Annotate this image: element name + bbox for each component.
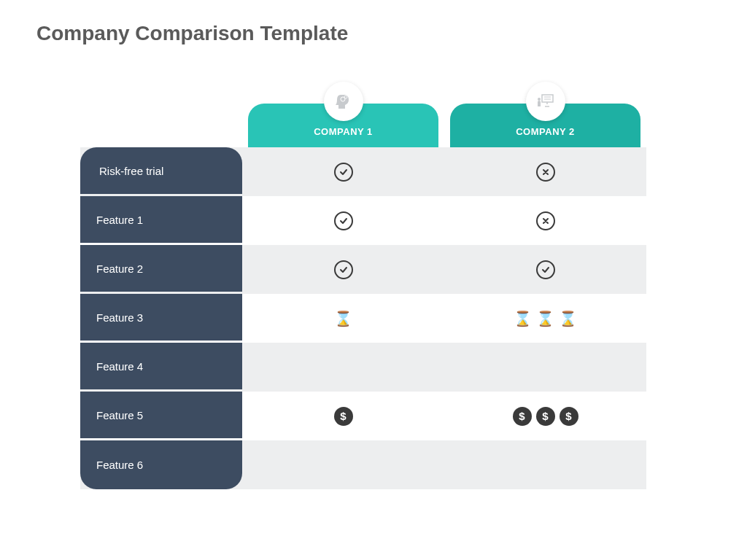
table-row: Feature 2 [80,245,646,294]
company-2-header: COMPANY 2 [444,85,646,147]
dollar-icon: $ [513,407,532,426]
feature-label: Feature 3 [80,294,242,341]
table-row: Feature 6 [80,440,646,489]
check-icon [334,163,353,182]
company-2-cell [444,343,646,392]
company-1-cell: ⌛ [242,294,444,343]
dollar-icon: $ [560,407,578,426]
table-row: Feature 4 [80,343,646,392]
comparison-table: COMPANY 1 COMPANY 2 [80,85,646,489]
company-2-label: COMPANY 2 [516,126,575,137]
feature-label: Feature 5 [80,392,242,438]
head-gears-icon [324,82,363,121]
company-1-cell [242,343,444,392]
feature-label: Feature 1 [80,196,242,243]
check-icon [536,260,555,279]
hourglass-icon: ⌛ [536,310,554,327]
company-1-cell [242,196,444,245]
feature-label: Feature 4 [80,343,242,389]
presentation-icon [526,82,565,121]
hourglass-icon: ⌛ [559,310,577,327]
feature-label: Feature 2 [80,245,242,292]
table-row: Feature 3⌛⌛⌛⌛ [80,294,646,343]
hourglass-icon: ⌛ [334,310,352,327]
company-2-cell [444,196,646,245]
table-row: Risk-free trial [80,147,646,196]
company-1-cell [242,245,444,294]
check-icon [334,211,353,230]
hourglass-icon: ⌛ [514,310,532,327]
feature-label: Risk-free trial [80,147,242,194]
svg-rect-2 [542,95,553,102]
cross-icon [536,163,555,182]
company-2-cell: ⌛⌛⌛ [444,294,646,343]
company-2-cell: $$$ [444,392,646,440]
svg-point-5 [538,98,541,101]
feature-label: Feature 6 [80,440,242,489]
company-1-cell [242,147,444,196]
dollar-icon: $ [536,407,555,426]
company-2-cell [444,147,646,196]
cross-icon [536,211,555,230]
company-1-header: COMPANY 1 [242,85,444,147]
table-row: Feature 1 [80,196,646,245]
dollar-icon: $ [334,407,353,426]
company-2-cell [444,245,646,294]
table-row: Feature 5$$$$ [80,392,646,440]
company-2-cell [444,440,646,489]
company-1-cell: $ [242,392,444,440]
page-title: Company Comparison Template [36,22,348,45]
column-headers: COMPANY 1 COMPANY 2 [80,85,646,147]
check-icon [334,260,353,279]
company-1-cell [242,440,444,489]
company-1-label: COMPANY 1 [314,126,373,137]
